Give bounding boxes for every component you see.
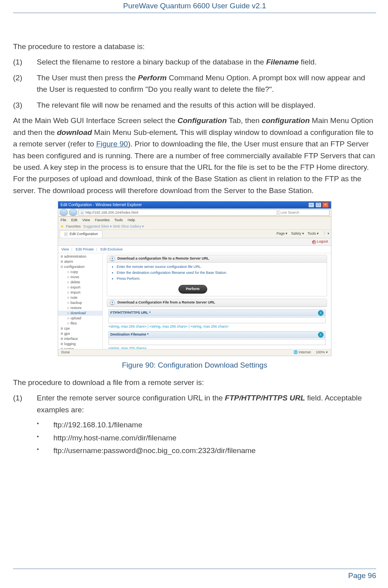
step1-num: (1) <box>13 56 37 68</box>
favorites-links[interactable]: Suggested Sites ▾ Web Slice Gallery ▾ <box>83 223 144 230</box>
info-icon[interactable]: i <box>318 310 324 316</box>
logout-link[interactable]: ⏻ Logout <box>312 239 328 245</box>
menu-view[interactable]: View <box>82 218 90 222</box>
tree-cpe[interactable]: cpe <box>58 326 102 331</box>
content-subheader: ⏻ Logout <box>58 238 331 246</box>
tree-upload[interactable]: upload <box>58 316 102 321</box>
status-bar: Done 🌐 Internet 100% ▾ <box>58 349 331 356</box>
step2-text: The User must then press the Perform Com… <box>37 72 376 95</box>
step3-text: The relevant file will now be renamed an… <box>37 99 376 111</box>
menu-file[interactable]: File <box>61 218 66 222</box>
instr-1: Enter the remote server source configura… <box>117 264 323 270</box>
zoom-level[interactable]: 100% ▾ <box>316 350 328 354</box>
figure-ref[interactable]: Figure 90 <box>96 140 128 148</box>
page-footer: Page 96 <box>13 569 376 580</box>
tree-files[interactable]: files <box>58 321 102 326</box>
internet-zone: Internet <box>299 350 311 354</box>
instr-2: Enter the destination configuration file… <box>117 270 323 276</box>
main-paragraph: At the Main Web GUI Interface Screen sel… <box>13 115 376 196</box>
dl-step1-num: (1) <box>13 392 37 415</box>
mode-edit-private[interactable]: Edit Private <box>76 247 94 251</box>
panel-download-from-remote: Download a Configuration File from a Rem… <box>107 299 327 307</box>
favorites-bar: ★ Favorites Suggested Sites ▾ Web Slice … <box>58 223 331 230</box>
internet-zone-icon: 🌐 <box>293 350 298 354</box>
cmd-page[interactable]: Page ▾ <box>276 231 288 235</box>
favorites-label[interactable]: Favorites <box>66 223 81 230</box>
mode-edit-exclusive[interactable]: Edit Exclusive <box>100 247 123 251</box>
forward-icon[interactable] <box>69 209 77 216</box>
tree-administration[interactable]: administration <box>58 254 102 259</box>
tree-gps[interactable]: gps <box>58 331 102 336</box>
maximize-icon[interactable]: □ <box>315 202 322 208</box>
status-left: Done <box>61 350 70 355</box>
tree-copy[interactable]: copy <box>58 269 102 275</box>
filename-field-label: Destination Filename * i <box>108 331 326 338</box>
window-titlebar: Edit Configuration - Windows Internet Ex… <box>58 201 331 209</box>
tree-interface[interactable]: interface <box>58 336 102 341</box>
instr-3: Press Perform. <box>117 276 323 282</box>
menu-help[interactable]: Help <box>128 218 135 222</box>
url-input-field[interactable] <box>108 317 326 323</box>
tree-backup[interactable]: backup <box>58 300 102 305</box>
doc-title: PureWave Quantum 6600 User Guide v2.1 <box>123 2 266 10</box>
page-icon <box>64 232 68 236</box>
url-hint: <string, max 256 chars> | <string, max 2… <box>108 324 326 330</box>
tree-move[interactable]: move <box>58 275 102 280</box>
tree-import[interactable]: import <box>58 290 102 295</box>
example-3: ftp://username:password@noc.big_co.com:2… <box>37 445 376 457</box>
filename-input-field[interactable] <box>108 339 326 345</box>
back-icon[interactable] <box>60 209 68 216</box>
download-icon <box>110 300 115 305</box>
favorites-star-icon[interactable]: ★ <box>61 223 64 230</box>
download-icon <box>110 256 115 262</box>
ie-command-bar: Page ▾ Safety ▾ Tools ▾ ❔ ▾ <box>274 231 329 238</box>
menubar: File Edit View Favorites Tools Help <box>58 217 331 223</box>
close-icon[interactable]: × <box>322 202 329 208</box>
nav-tree[interactable]: administration alarm configuration copy … <box>58 253 103 354</box>
tree-alarm[interactable]: alarm <box>58 259 102 264</box>
figure-caption: Figure 90: Configuration Download Settin… <box>13 359 376 371</box>
panel-download-to-remote: Download a configuration file to a Remot… <box>107 255 327 296</box>
tree-configuration[interactable]: configuration <box>58 264 102 269</box>
mode-view[interactable]: View <box>61 247 69 251</box>
step3-num: (3) <box>13 99 37 111</box>
intro-line: The procedure to restore a database is: <box>13 41 376 52</box>
tree-download[interactable]: download <box>58 311 102 316</box>
browser-search-input[interactable]: Live Search <box>279 209 329 216</box>
info-icon[interactable]: i <box>318 332 324 338</box>
address-bar: e http://192.168.200.104/index.html Live… <box>58 209 331 217</box>
tree-export[interactable]: export <box>58 285 102 290</box>
menu-tools[interactable]: Tools <box>114 218 123 222</box>
svg-text:e: e <box>81 211 83 214</box>
cmd-safety[interactable]: Safety ▾ <box>291 231 304 235</box>
tree-logging[interactable]: logging <box>58 341 102 347</box>
intro2-line: The procedure to download a file from a … <box>13 377 376 388</box>
tree-note[interactable]: note <box>58 295 102 300</box>
step1-text: Select the filename to restore a binary … <box>37 56 376 68</box>
edit-mode-bar: View| Edit Private| Edit Exclusive <box>58 246 331 253</box>
cmd-tools[interactable]: Tools ▾ <box>307 231 319 235</box>
dl-step1-text: Enter the remote server source configura… <box>37 392 376 415</box>
browser-tab[interactable]: Edit Configuration <box>60 230 102 238</box>
menu-favorites[interactable]: Favorites <box>95 218 110 222</box>
perform-button[interactable]: Perform <box>178 285 207 294</box>
window-title: Edit Configuration - Windows Internet Ex… <box>61 202 142 208</box>
example-1: ftp://192.168.10.1/filename <box>37 419 376 431</box>
tree-restore[interactable]: restore <box>58 305 102 311</box>
step2-num: (2) <box>13 72 37 95</box>
minimize-icon[interactable]: – <box>308 202 314 208</box>
help-icon[interactable]: ❔ ▾ <box>322 231 329 235</box>
figure-90: Edit Configuration - Windows Internet Ex… <box>58 201 331 356</box>
url-field-label: FTP/HTTP/HTTPS URL * i <box>108 309 326 317</box>
tree-delete[interactable]: delete <box>58 280 102 285</box>
example-2: http://my.host-name.com/dir/filename <box>37 432 376 444</box>
page-number: Page 96 <box>348 571 376 580</box>
page-header: PureWave Quantum 6600 User Guide v2.1 <box>13 0 376 13</box>
url-input[interactable]: e http://192.168.200.104/index.html <box>79 209 277 216</box>
menu-edit[interactable]: Edit <box>71 218 78 222</box>
